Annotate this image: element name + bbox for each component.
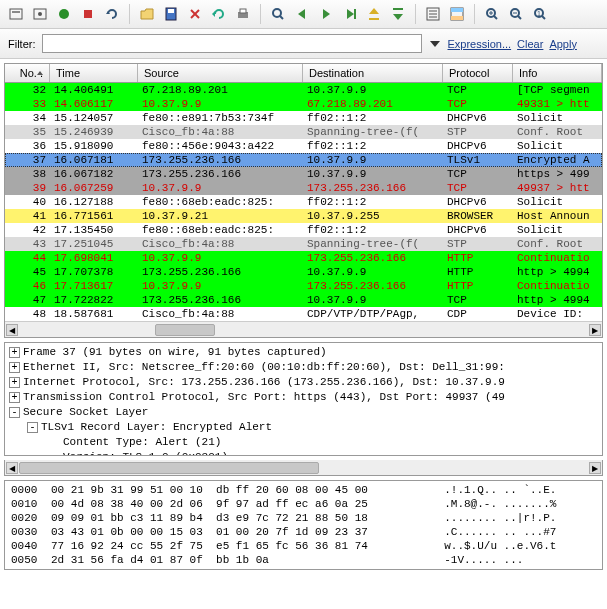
column-destination[interactable]: Destination [303,64,443,82]
svg-marker-22 [393,14,403,20]
hex-row[interactable]: 004077 16 92 24 cc 55 2f 75 e5 f1 65 fc … [11,539,596,553]
toolbar-separator [260,4,261,24]
packet-row[interactable]: 4617.71361710.37.9.9173.255.236.166HTTPC… [5,279,602,293]
hex-row[interactable]: 003003 43 01 0b 00 00 15 03 01 00 20 7f … [11,525,596,539]
hex-row[interactable]: 00502d 31 56 fa d4 01 87 0f bb 1b 0a -1V… [11,553,596,567]
column-no[interactable]: No. . [5,64,50,82]
collapse-icon[interactable]: - [27,422,38,433]
packet-row[interactable]: 4818.587681Cisco_fb:4a:88CDP/VTP/DTP/PAg… [5,307,602,321]
packet-row[interactable]: 4317.251045Cisco_fb:4a:88Spanning-tree-(… [5,237,602,251]
tree-row[interactable]: -Secure Socket Layer [9,405,598,420]
packet-row[interactable]: 3214.40649167.218.89.20110.37.9.9TCP[TCP… [5,83,602,97]
packet-row[interactable]: 4517.707378173.255.236.16610.37.9.9HTTPh… [5,265,602,279]
column-time[interactable]: Time [50,64,138,82]
expression-link[interactable]: Expression... [448,38,512,50]
hex-row[interactable]: 001000 4d 08 38 40 00 2d 06 9f 97 ad ff … [11,497,596,511]
close-icon[interactable] [185,4,205,24]
zoom-reset-icon[interactable]: 1 [530,4,550,24]
packet-row[interactable]: 3415.124057fe80::e891:7b53:734fff02::1:2… [5,111,602,125]
open-icon[interactable] [137,4,157,24]
column-protocol[interactable]: Protocol [443,64,513,82]
packet-cell: 15.246939 [50,125,138,139]
horizontal-scrollbar[interactable]: ◀ ▶ [5,321,602,337]
scroll-thumb[interactable] [19,462,319,474]
packet-cell: 35 [5,125,50,139]
column-source[interactable]: Source [138,64,303,82]
packet-row[interactable]: 4217.135450fe80::68eb:eadc:825:ff02::1:2… [5,223,602,237]
hex-view: 000000 21 9b 31 99 51 00 10 db ff 20 60 … [4,480,603,570]
hex-row[interactable]: 002009 09 01 bb c3 11 89 b4 d3 e9 7c 72 … [11,511,596,525]
interfaces-icon[interactable] [6,4,26,24]
filter-input[interactable] [42,34,422,53]
packet-row[interactable]: 3916.06725910.37.9.9173.255.236.166TCP49… [5,181,602,195]
clear-link[interactable]: Clear [517,38,543,50]
packet-cell: https > 499 [513,167,602,181]
toolbar-separator [415,4,416,24]
scroll-right-icon[interactable]: ▶ [589,324,601,336]
apply-link[interactable]: Apply [549,38,577,50]
tree-row[interactable]: +Internet Protocol, Src: 173.255.236.166… [9,375,598,390]
hex-row[interactable]: 000000 21 9b 31 99 51 00 10 db ff 20 60 … [11,483,596,497]
packet-row[interactable]: 4016.127188fe80::68eb:eadc:825:ff02::1:2… [5,195,602,209]
packet-cell: 173.255.236.166 [303,279,443,293]
packet-cell: 49331 > htt [513,97,602,111]
packet-row[interactable]: 3716.067181173.255.236.16610.37.9.9TLSv1… [5,153,602,167]
packet-list: No. . Time Source Destination Protocol I… [4,63,603,338]
collapse-icon[interactable]: - [9,407,20,418]
packet-cell: 14.406491 [50,83,138,97]
tree-row[interactable]: +Ethernet II, Src: Netscree_ff:20:60 (00… [9,360,598,375]
packet-cell: Solicit [513,195,602,209]
stop-capture-icon[interactable] [78,4,98,24]
details-icon[interactable] [423,4,443,24]
colorize-icon[interactable] [447,4,467,24]
scroll-left-icon[interactable]: ◀ [6,324,18,336]
zoom-out-icon[interactable] [506,4,526,24]
save-icon[interactable] [161,4,181,24]
packet-row[interactable]: 3515.246939Cisco_fb:4a:88Spanning-tree-(… [5,125,602,139]
tree-label: Transmission Control Protocol, Src Port:… [23,391,505,403]
expand-icon[interactable]: + [9,377,20,388]
find-icon[interactable] [268,4,288,24]
jump-icon[interactable] [340,4,360,24]
tree-row[interactable]: +Frame 37 (91 bytes on wire, 91 bytes ca… [9,345,598,360]
expand-icon[interactable]: + [9,347,20,358]
next-icon[interactable] [316,4,336,24]
packet-row[interactable]: 3314.60611710.37.9.967.218.89.201TCP4933… [5,97,602,111]
tree-scrollbar[interactable]: ◀ ▶ [4,460,603,476]
scroll-thumb[interactable] [155,324,215,336]
packet-cell: 38 [5,167,50,181]
tree-row[interactable]: Content Type: Alert (21) [63,435,598,450]
svg-rect-5 [84,10,92,18]
packet-cell: 14.606117 [50,97,138,111]
tree-row[interactable]: -TLSv1 Record Layer: Encrypted Alert [27,420,598,435]
filter-dropdown-icon[interactable] [428,37,442,51]
packet-row[interactable]: 4116.77156110.37.9.2110.37.9.255BROWSERH… [5,209,602,223]
first-icon[interactable] [364,4,384,24]
svg-line-15 [280,16,283,19]
tree-row[interactable]: +Transmission Control Protocol, Src Port… [9,390,598,405]
packet-row[interactable]: 4417.69804110.37.9.9173.255.236.166HTTPC… [5,251,602,265]
expand-icon[interactable]: + [9,392,20,403]
start-capture-icon[interactable] [54,4,74,24]
last-icon[interactable] [388,4,408,24]
tree-row[interactable]: Version: TLS 1.0 (0x0301) [63,450,598,456]
reload-icon[interactable] [209,4,229,24]
column-info[interactable]: Info [513,64,602,82]
tree-label: TLSv1 Record Layer: Encrypted Alert [41,421,272,433]
packet-cell: DHCPv6 [443,139,513,153]
packet-cell: 10.37.9.9 [138,181,303,195]
scroll-right-icon[interactable]: ▶ [589,462,601,474]
print-icon[interactable] [233,4,253,24]
tree-label: Secure Socket Layer [23,406,148,418]
scroll-left-icon[interactable]: ◀ [6,462,18,474]
packet-cell: 16.067259 [50,181,138,195]
options-icon[interactable] [30,4,50,24]
packet-row[interactable]: 4717.722822173.255.236.16610.37.9.9TCPht… [5,293,602,307]
packet-row[interactable]: 3816.067182173.255.236.16610.37.9.9TCPht… [5,167,602,181]
restart-capture-icon[interactable] [102,4,122,24]
packet-row[interactable]: 3615.918090fe80::456e:9043:a422ff02::1:2… [5,139,602,153]
packet-cell: 10.37.9.9 [303,265,443,279]
expand-icon[interactable]: + [9,362,20,373]
prev-icon[interactable] [292,4,312,24]
zoom-in-icon[interactable] [482,4,502,24]
